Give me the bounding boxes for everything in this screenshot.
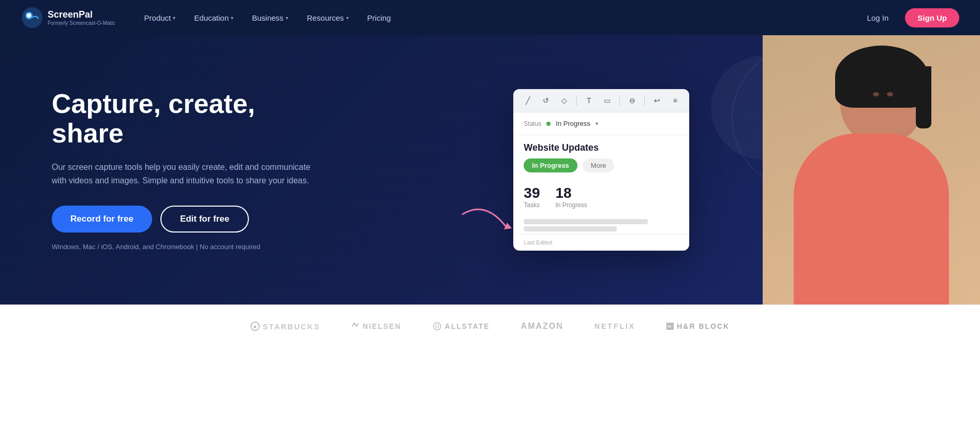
stat-tasks: 39 Tasks [524,185,540,209]
hrblock-icon: H [666,323,674,330]
brand-netflix: NETFLIX [595,322,635,330]
logo-icon [21,6,43,29]
card-footer-label: Last Edited [524,239,552,245]
nielsen-icon [351,322,360,330]
nav-item-business[interactable]: Business ▾ [244,9,296,26]
stat-inprogress-num: 18 [555,185,587,201]
navbar: ScreenPal Formerly Screencast-O-Matic Pr… [0,0,980,35]
logo[interactable]: ScreenPal Formerly Screencast-O-Matic [21,6,115,29]
chevron-down-icon: ▾ [346,15,349,21]
card-toolbar: ╱ ↺ ◇ T ▭ ⊖ ↩ ≡ [513,89,689,112]
starbucks-icon: ★ [250,322,260,331]
logo-name: ScreenPal [48,9,115,20]
stat-inprogress: 18 In Progress [555,185,587,209]
login-button[interactable]: Log In [859,9,897,26]
toolbar-undo-icon[interactable]: ↩ [651,94,663,107]
toolbar-zoom-icon[interactable]: ⊖ [626,94,638,107]
tab-more[interactable]: More [583,158,615,172]
toolbar-text-icon[interactable]: T [583,94,595,107]
hero-note: Windows, Mac / iOS, Android, and Chromeb… [52,243,310,251]
person-hair-side [916,66,931,128]
brand-allstate: Allstate [433,322,490,331]
status-dot-icon [546,122,551,126]
chevron-down-icon: ▾ [286,15,288,21]
toolbar-pen-icon[interactable]: ╱ [522,94,533,107]
edit-button[interactable]: Edit for free [160,206,249,233]
signup-button[interactable]: Sign Up [905,8,959,27]
record-button[interactable]: Record for free [52,206,152,233]
toolbar-eraser-icon[interactable]: ◇ [558,94,570,107]
card-stats: 39 Tasks 18 In Progress [513,180,689,217]
blurred-row-1 [524,219,648,224]
brands-section: ★ STARBUCKS Nielsen Allstate amazon NETF… [0,304,980,347]
tab-in-progress[interactable]: In Progress [524,158,577,172]
person-image [763,35,980,304]
person-hair [835,46,928,108]
svg-point-7 [436,325,439,328]
person-eye-right [873,92,879,96]
chevron-down-icon: ▾ [231,15,233,21]
hero-buttons: Record for free Edit for free [52,206,310,233]
toolbar-rect-icon[interactable]: ▭ [601,94,613,107]
ui-card: ╱ ↺ ◇ T ▭ ⊖ ↩ ≡ Status In Progress [513,89,689,251]
svg-point-6 [434,323,441,330]
hero-right: ╱ ↺ ◇ T ▭ ⊖ ↩ ≡ Status In Progress [441,35,980,304]
stat-inprogress-label: In Progress [555,201,587,209]
card-footer: Last Edited [513,234,689,251]
brand-starbucks: ★ STARBUCKS [250,322,320,331]
toolbar-separator-2 [619,95,620,106]
svg-point-2 [27,13,31,18]
arrow-graphic [456,193,519,250]
logo-sub: Formerly Screencast-O-Matic [48,20,115,26]
nav-links: Product ▾ Education ▾ Business ▾ Resourc… [136,9,859,26]
status-label: Status [524,120,541,127]
nav-item-education[interactable]: Education ▾ [186,9,242,26]
stat-tasks-num: 39 [524,185,540,201]
toolbar-curve-icon[interactable]: ↺ [540,94,552,107]
brand-amazon: amazon [521,322,563,331]
hero-content: Capture, create, share Our screen captur… [0,58,362,282]
card-title: Website Updates [513,135,689,158]
brand-nielsen: Nielsen [351,322,402,330]
person-body [794,134,949,304]
hero-section: Capture, create, share Our screen captur… [0,35,980,304]
blurred-row-2 [524,226,617,231]
stat-tasks-label: Tasks [524,201,540,209]
svg-text:H: H [668,324,672,329]
toolbar-separator-3 [644,95,645,106]
person-eye-left [887,92,893,96]
nav-item-resources[interactable]: Resources ▾ [299,9,357,26]
toolbar-more-icon[interactable]: ≡ [669,94,681,107]
hero-description: Our screen capture tools help you easily… [52,161,310,187]
logo-text: ScreenPal Formerly Screencast-O-Matic [48,9,115,26]
hero-title: Capture, create, share [52,89,310,148]
chevron-down-icon: ▾ [173,15,175,21]
card-status-bar: Status In Progress ▾ [513,112,689,135]
brand-hrblock: H H&R BLOCK [666,322,730,330]
nav-item-product[interactable]: Product ▾ [136,9,184,26]
nav-item-pricing[interactable]: Pricing [359,9,399,26]
allstate-icon [433,322,442,331]
status-chevron-icon[interactable]: ▾ [596,121,598,126]
nav-actions: Log In Sign Up [859,8,959,27]
card-blurred-rows [513,219,689,231]
svg-text:★: ★ [253,325,257,329]
status-value: In Progress [556,120,590,127]
card-tabs: In Progress More [513,158,689,180]
toolbar-separator-1 [576,95,577,106]
